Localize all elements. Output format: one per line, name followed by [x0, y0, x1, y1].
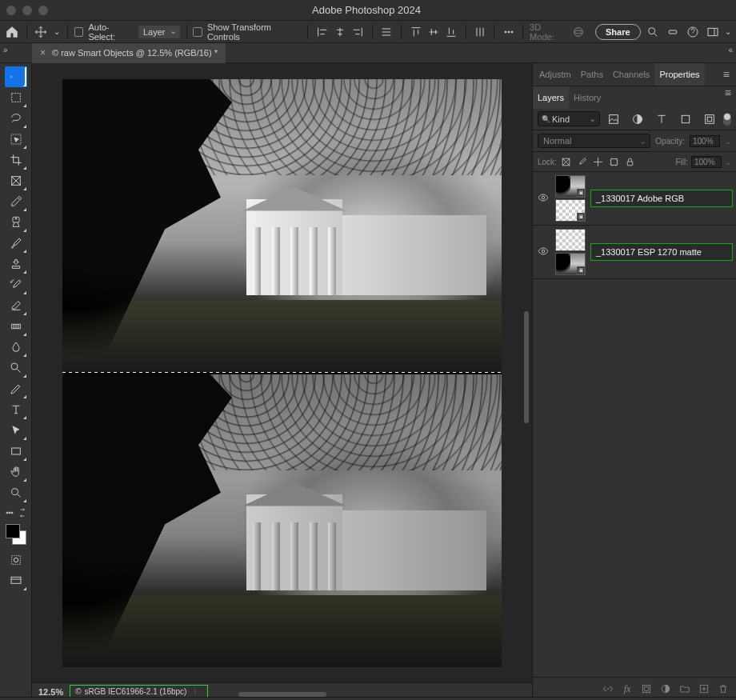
- filter-toggle-switch[interactable]: [723, 113, 731, 126]
- align-left-icon[interactable]: [314, 24, 330, 40]
- lock-artboard-icon[interactable]: [608, 155, 621, 168]
- show-transform-checkbox[interactable]: [193, 27, 202, 37]
- zoom-tool[interactable]: [5, 482, 27, 503]
- contextual-task-bar-icon[interactable]: [665, 24, 680, 40]
- clone-stamp-tool[interactable]: [5, 254, 27, 274]
- opacity-chevron-icon[interactable]: ⌄: [725, 137, 731, 146]
- align-center-h-icon[interactable]: [332, 24, 348, 40]
- layer-thumbnail[interactable]: ▣: [555, 175, 586, 198]
- lock-position-icon[interactable]: [592, 155, 605, 168]
- document-canvas[interactable]: [32, 63, 532, 682]
- lock-image-icon[interactable]: [576, 155, 589, 168]
- swap-colors-icon[interactable]: [16, 506, 29, 519]
- lock-all-icon[interactable]: [624, 155, 637, 168]
- brush-tool[interactable]: [5, 233, 27, 254]
- zoom-level[interactable]: 12.5%: [38, 687, 63, 697]
- layers-panel-menu-icon[interactable]: ≡: [720, 86, 736, 108]
- blur-tool[interactable]: [5, 337, 27, 358]
- layer-thumbnail[interactable]: [555, 229, 586, 251]
- home-icon[interactable]: [5, 24, 20, 40]
- maximize-window-icon[interactable]: [38, 6, 48, 15]
- delete-layer-icon[interactable]: [717, 682, 730, 695]
- rectangle-tool[interactable]: [5, 441, 27, 462]
- filter-type-icon[interactable]: [655, 113, 668, 126]
- layer-name-input[interactable]: _1330017 ESP 1270 matte: [590, 243, 733, 261]
- lock-transparency-icon[interactable]: [560, 155, 573, 168]
- type-tool[interactable]: [5, 399, 27, 420]
- close-window-icon[interactable]: [6, 6, 16, 15]
- layer-row-0[interactable]: ▣ ▣ _1330017 Adobe RGB: [533, 172, 736, 226]
- layer-name-input[interactable]: _1330017 Adobe RGB: [590, 190, 733, 207]
- marquee-tool[interactable]: [5, 87, 27, 108]
- add-mask-icon[interactable]: [640, 682, 653, 695]
- tab-history[interactable]: History: [569, 86, 606, 109]
- layer-visibility-toggle[interactable]: [536, 192, 550, 205]
- auto-select-checkbox[interactable]: [74, 27, 83, 37]
- filter-adjustment-icon[interactable]: [631, 113, 644, 126]
- opacity-value[interactable]: 100%: [690, 135, 720, 147]
- fill-value[interactable]: 100%: [691, 156, 722, 168]
- share-button[interactable]: Share: [595, 24, 641, 40]
- fill-chevron-icon[interactable]: ⌄: [725, 158, 731, 166]
- tab-paths[interactable]: Paths: [576, 63, 608, 86]
- lasso-tool[interactable]: [5, 108, 27, 129]
- edit-toolbar-icon[interactable]: [3, 506, 16, 519]
- adjustment-layer-icon[interactable]: [659, 682, 672, 695]
- help-icon[interactable]: [685, 24, 700, 40]
- vertical-scrollbar[interactable]: [524, 311, 529, 423]
- workspace-switcher-icon[interactable]: [705, 24, 720, 40]
- auto-select-target-dropdown[interactable]: Layer: [138, 26, 180, 38]
- align-center-v-icon[interactable]: [426, 24, 442, 40]
- expand-toolbar-icon[interactable]: »: [3, 46, 8, 54]
- filter-shape-icon[interactable]: [679, 113, 692, 126]
- layer-row-1[interactable]: ▣ _1330017 ESP 1270 matte: [533, 226, 736, 279]
- pen-tool[interactable]: [5, 378, 27, 399]
- more-options-icon[interactable]: [501, 24, 516, 40]
- distribute-h-icon[interactable]: [379, 24, 394, 40]
- minimize-window-icon[interactable]: [22, 6, 32, 15]
- move-tool-icon[interactable]: [34, 24, 49, 40]
- object-selection-tool[interactable]: [5, 129, 27, 150]
- search-icon[interactable]: [646, 24, 661, 40]
- frame-tool[interactable]: [5, 170, 27, 191]
- expand-panels-icon[interactable]: «: [728, 46, 733, 54]
- tab-adjustments[interactable]: Adjustm: [534, 63, 576, 86]
- tab-properties[interactable]: Properties: [654, 63, 704, 86]
- align-bottom-icon[interactable]: [443, 24, 459, 40]
- link-layers-icon[interactable]: [602, 682, 614, 695]
- quick-mask-icon[interactable]: [5, 550, 27, 570]
- new-layer-icon[interactable]: [698, 682, 710, 695]
- workspace-dropdown-icon[interactable]: ⌄: [725, 27, 731, 36]
- screen-mode-icon[interactable]: [5, 570, 27, 591]
- tab-channels[interactable]: Channels: [608, 63, 654, 86]
- filter-pixel-icon[interactable]: [607, 113, 620, 126]
- healing-brush-tool[interactable]: [5, 212, 27, 233]
- eraser-tool[interactable]: [5, 295, 27, 316]
- blend-mode-dropdown[interactable]: Normal: [538, 134, 650, 148]
- align-right-icon[interactable]: [350, 24, 366, 40]
- crop-tool[interactable]: [5, 150, 27, 170]
- eyedropper-tool[interactable]: [5, 191, 27, 212]
- move-tool[interactable]: [5, 66, 27, 87]
- hand-tool[interactable]: [5, 462, 27, 482]
- document-tab[interactable]: × © raw Smart Objects @ 12.5% (RGB/16) *: [32, 43, 226, 63]
- layer-secondary-thumbnail[interactable]: ▣: [555, 253, 586, 275]
- gradient-tool[interactable]: [5, 316, 27, 337]
- align-top-icon[interactable]: [408, 24, 424, 40]
- dodge-tool[interactable]: [5, 358, 27, 378]
- path-selection-tool[interactable]: [5, 420, 27, 441]
- new-group-icon[interactable]: [678, 682, 691, 695]
- orbit-3d-icon[interactable]: [570, 24, 586, 40]
- history-brush-tool[interactable]: [5, 274, 27, 295]
- layer-visibility-toggle[interactable]: [536, 246, 550, 258]
- foreground-color-swatch[interactable]: [6, 524, 20, 538]
- filter-smartobject-icon[interactable]: [703, 113, 716, 126]
- tab-layers[interactable]: Layers: [533, 86, 569, 109]
- layer-style-icon[interactable]: fx: [621, 682, 634, 695]
- color-swatches[interactable]: [6, 524, 26, 545]
- tool-preset-dropdown-icon[interactable]: ⌄: [54, 24, 61, 40]
- layer-mask-thumbnail[interactable]: ▣: [555, 199, 586, 222]
- filter-kind-dropdown[interactable]: Kind: [538, 111, 600, 126]
- distribute-v-icon[interactable]: [473, 24, 488, 40]
- panel-menu-icon[interactable]: ≡: [718, 68, 734, 81]
